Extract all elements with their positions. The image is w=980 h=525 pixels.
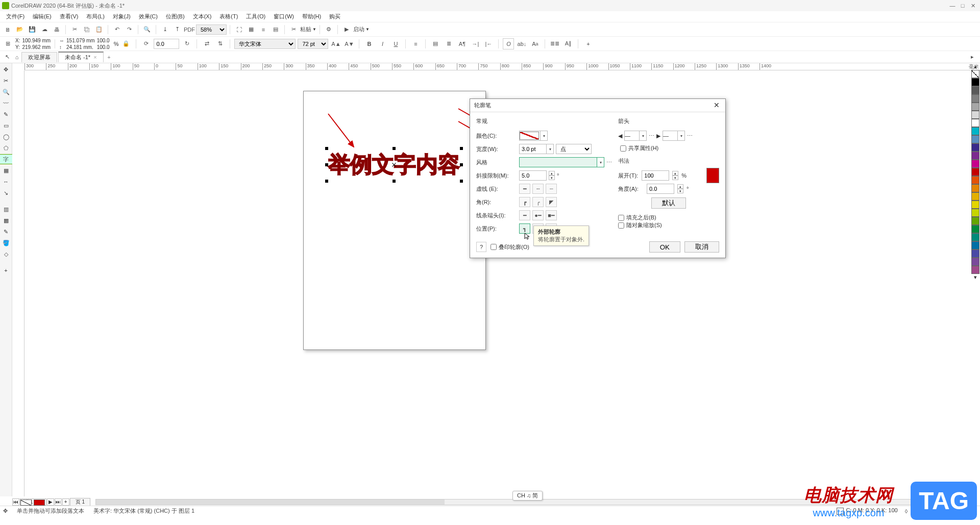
dash-option-2-icon[interactable]: ╌ [532, 184, 544, 194]
dash-option-1-icon[interactable]: ━ [519, 184, 530, 194]
corner-bevel-icon[interactable]: ◤ [546, 197, 557, 207]
text-direction-icon[interactable]: ab↓ [516, 38, 527, 49]
more-icon[interactable]: ⋯ [687, 133, 693, 139]
palette-swatch[interactable] [971, 127, 979, 135]
crop-tool-icon[interactable]: ✂ [1, 76, 11, 86]
menu-help[interactable]: 帮助(H) [298, 13, 325, 20]
palette-swatch[interactable] [971, 94, 979, 103]
bold-icon[interactable]: B [363, 38, 375, 49]
transparency-tool-icon[interactable]: ▩ [1, 215, 11, 226]
menu-file[interactable]: 文件(F) [2, 13, 29, 20]
page-tab[interactable]: 页 1 [70, 498, 90, 506]
freehand-tool-icon[interactable]: 〰 [1, 98, 11, 108]
stretch-input[interactable] [642, 170, 669, 181]
menu-effect[interactable]: 效果(C) [135, 13, 162, 20]
menu-layout[interactable]: 布局(L) [82, 13, 108, 20]
palette-swatch[interactable] [971, 143, 979, 152]
undo-icon[interactable]: ↶ [111, 24, 122, 35]
vertical-text-icon[interactable]: A∥ [562, 38, 574, 49]
print-icon[interactable]: 🖶 [51, 24, 62, 35]
mirror-v-icon[interactable]: ⇅ [214, 38, 226, 49]
menu-object[interactable]: 对象(J) [109, 13, 135, 20]
dropdown-icon[interactable]: ▾ [541, 131, 548, 141]
menu-tools[interactable]: 工具(O) [242, 13, 270, 20]
connector-tool-icon[interactable]: ↘ [1, 188, 11, 198]
shape-tool-icon[interactable]: ✥ [1, 64, 11, 74]
options-icon[interactable]: ⚙ [323, 24, 334, 35]
page-next-icon[interactable]: ▶ [47, 498, 54, 506]
outline-swatch-icon[interactable] [34, 499, 45, 506]
fullscreen-icon[interactable]: ⛶ [233, 24, 244, 35]
palette-swatch[interactable] [971, 111, 979, 119]
opentype-icon[interactable]: O [503, 38, 514, 49]
selection-handle[interactable] [325, 180, 328, 183]
menu-bitmap[interactable]: 位图(B) [162, 13, 189, 20]
ellipse-tool-icon[interactable]: ◯ [1, 132, 11, 142]
minimize-button[interactable]: — [947, 3, 958, 9]
rectangle-tool-icon[interactable]: ▭ [1, 120, 11, 131]
palette-swatch[interactable] [971, 160, 979, 168]
lock-ratio-icon[interactable]: 🔒 [120, 38, 132, 49]
bullet-icon[interactable]: ▤ [430, 38, 441, 49]
align-left-icon[interactable]: ≡ [410, 38, 421, 49]
dropshadow-tool-icon[interactable]: ▥ [1, 204, 11, 214]
miter-input[interactable] [519, 170, 547, 181]
palette-swatch[interactable] [971, 119, 979, 127]
fontsize-select[interactable]: 72 pt [298, 39, 328, 49]
palette-scroll-down-icon[interactable]: ▾ [971, 274, 980, 281]
menu-text[interactable]: 文本(X) [189, 13, 216, 20]
palette-none-swatch[interactable] [971, 70, 979, 78]
fontsize-up-icon[interactable]: A▲ [330, 38, 341, 49]
menu-edit[interactable]: 编辑(E) [29, 13, 56, 20]
ok-button[interactable]: OK [649, 241, 680, 253]
tab-add-button[interactable]: + [105, 53, 114, 62]
artistic-tool-icon[interactable]: ✎ [1, 109, 11, 119]
cap-flat-icon[interactable]: ━ [519, 210, 530, 220]
outline-tool-icon[interactable]: ◇ [1, 249, 11, 259]
palette-scroll-up-icon[interactable]: ▴ [971, 63, 980, 70]
width-input[interactable]: ▾ [519, 144, 554, 154]
share-attr-checkbox[interactable] [620, 145, 626, 152]
palette-swatch[interactable] [971, 135, 979, 143]
maximize-button[interactable]: □ [958, 3, 968, 9]
panel-toggle-icon[interactable]: ▸ [967, 52, 978, 63]
rotate-input[interactable] [154, 39, 179, 49]
palette-swatch[interactable] [971, 176, 979, 184]
color-picker[interactable]: ▾ [519, 131, 548, 141]
page-first-icon[interactable]: ⏮ [12, 498, 19, 506]
zoom-select[interactable]: 58% [196, 24, 227, 35]
scrollbar-thumb[interactable] [96, 499, 445, 505]
spinner-icon[interactable]: ▴▾ [672, 171, 678, 180]
palette-swatch[interactable] [971, 266, 979, 274]
selection-handle[interactable] [325, 163, 328, 166]
fontsize-down-icon[interactable]: A▼ [344, 38, 355, 49]
spinner-icon[interactable]: ▴▾ [549, 171, 555, 180]
table-tool-icon[interactable]: ▦ [1, 165, 11, 176]
palette-swatch[interactable] [971, 103, 979, 111]
cap-round-icon[interactable]: ●━ [532, 210, 544, 220]
fill-tool-icon[interactable]: 🪣 [1, 238, 11, 248]
selection-center-icon[interactable] [391, 162, 397, 167]
position-outside-icon[interactable]: ┓ [519, 223, 530, 234]
default-button[interactable]: 默认 [651, 197, 686, 209]
palette-swatch[interactable] [971, 217, 979, 225]
launch-label[interactable]: 启动 [353, 26, 364, 33]
align-icon[interactable]: ≡ [258, 24, 269, 35]
palette-swatch[interactable] [971, 258, 979, 266]
import-icon[interactable]: ⤓ [159, 24, 170, 35]
copy-icon[interactable]: ⿻ [81, 24, 92, 35]
cut-icon[interactable]: ✂ [69, 24, 80, 35]
style-select[interactable]: ▾ [519, 157, 604, 167]
object-origin-icon[interactable]: ⊞ [2, 38, 13, 49]
dialog-close-icon[interactable]: ✕ [712, 101, 721, 110]
spinner-icon[interactable]: ▴▾ [677, 184, 683, 193]
clip-icon[interactable]: ✂ [288, 24, 299, 35]
behind-fill-checkbox[interactable] [618, 215, 624, 221]
palette-swatch[interactable] [971, 78, 979, 86]
palette-swatch[interactable] [971, 168, 979, 176]
pick-tool-small-icon[interactable]: ↖ [2, 52, 12, 62]
underline-icon[interactable]: U [390, 38, 401, 49]
numbering-icon[interactable]: ≣ [443, 38, 454, 49]
rotate-cw-icon[interactable]: ↻ [181, 38, 192, 49]
mirror-h-icon[interactable]: ⇄ [201, 38, 212, 49]
